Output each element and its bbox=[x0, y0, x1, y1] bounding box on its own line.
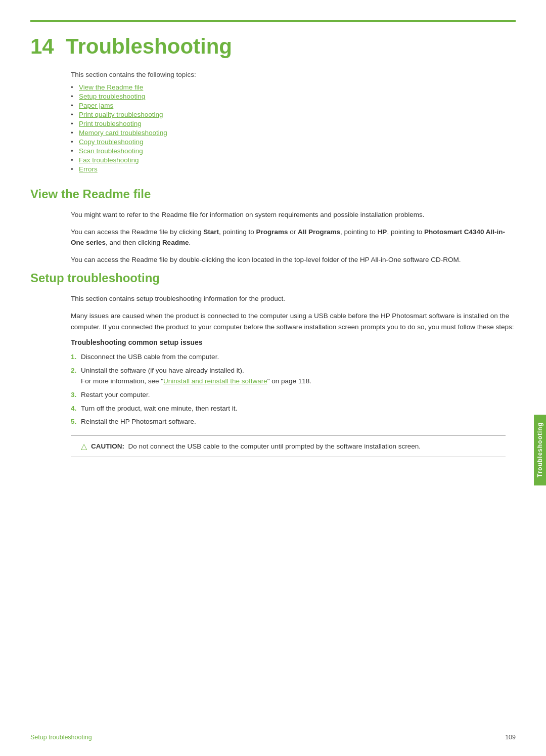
toc-link-copy[interactable]: Copy troubleshooting bbox=[79, 138, 144, 146]
list-item: 3. Restart your computer. bbox=[71, 389, 516, 401]
section-heading-setup: Setup troubleshooting bbox=[30, 271, 516, 285]
list-item: 1. Disconnect the USB cable from the com… bbox=[71, 351, 516, 363]
page-container: 14 Troubleshooting This section contains… bbox=[0, 0, 546, 756]
list-item: 4. Turn off the product, wait one minute… bbox=[71, 403, 516, 414]
sidebar-tab: Troubleshooting bbox=[534, 415, 546, 485]
toc-link-paper[interactable]: Paper jams bbox=[79, 102, 113, 109]
step-text: Reinstall the HP Photosmart software. bbox=[81, 418, 196, 425]
chapter-number: 14 bbox=[30, 34, 54, 58]
step-number: 5. bbox=[71, 416, 76, 427]
toc-item: Setup troubleshooting bbox=[71, 93, 516, 100]
step-number: 1. bbox=[71, 351, 76, 363]
caution-label: CAUTION: bbox=[91, 442, 124, 450]
toc-link-fax[interactable]: Fax troubleshooting bbox=[79, 156, 139, 164]
step-number: 3. bbox=[71, 389, 76, 401]
setup-para-2: Many issues are caused when the product … bbox=[71, 310, 516, 332]
chapter-title: 14 Troubleshooting bbox=[30, 34, 516, 59]
toc-link-scan[interactable]: Scan troubleshooting bbox=[79, 147, 143, 155]
step-text: Turn off the product, wait one minute, t… bbox=[81, 405, 237, 412]
caution-box: △ CAUTION: Do not connect the USB cable … bbox=[71, 435, 506, 458]
sidebar-tab-label: Troubleshooting bbox=[536, 423, 543, 478]
setup-steps-list: 1. Disconnect the USB cable from the com… bbox=[71, 351, 516, 427]
toc-item: Scan troubleshooting bbox=[71, 147, 516, 155]
step-number: 2. bbox=[71, 365, 76, 376]
toc-link-errors[interactable]: Errors bbox=[79, 165, 98, 173]
caution-text: CAUTION: Do not connect the USB cable to… bbox=[91, 441, 421, 452]
subheading-setup: Troubleshooting common setup issues bbox=[71, 338, 516, 346]
step-number: 4. bbox=[71, 403, 76, 414]
intro-text: This section contains the following topi… bbox=[71, 71, 516, 78]
readme-para-2: You can access the Readme file by clicki… bbox=[71, 227, 516, 248]
readme-para-1: You might want to refer to the Readme fi… bbox=[71, 209, 516, 220]
toc-list: View the Readme file Setup troubleshooti… bbox=[71, 83, 516, 173]
caution-icon: △ bbox=[81, 441, 87, 451]
step-text: Restart your computer. bbox=[81, 391, 150, 398]
toc-item: Paper jams bbox=[71, 102, 516, 109]
setup-para-1: This section contains setup troubleshoot… bbox=[71, 293, 516, 304]
toc-item: Errors bbox=[71, 165, 516, 173]
toc-item: View the Readme file bbox=[71, 83, 516, 91]
list-item: 5. Reinstall the HP Photosmart software. bbox=[71, 416, 516, 427]
toc-link-pq[interactable]: Print quality troubleshooting bbox=[79, 111, 163, 118]
toc-item: Fax troubleshooting bbox=[71, 156, 516, 164]
toc-item: Print troubleshooting bbox=[71, 120, 516, 127]
top-border bbox=[30, 20, 516, 22]
toc-item: Copy troubleshooting bbox=[71, 138, 516, 146]
step-text: Disconnect the USB cable from the comput… bbox=[81, 353, 219, 361]
chapter-title-text: Troubleshooting bbox=[66, 34, 232, 58]
footer-page-number: 109 bbox=[505, 734, 516, 741]
toc-link-readme[interactable]: View the Readme file bbox=[79, 83, 143, 91]
toc-link-setup[interactable]: Setup troubleshooting bbox=[79, 93, 145, 100]
readme-para-3: You can access the Readme file by double… bbox=[71, 254, 516, 265]
toc-item: Print quality troubleshooting bbox=[71, 111, 516, 118]
toc-link-print[interactable]: Print troubleshooting bbox=[79, 120, 142, 127]
section-heading-readme: View the Readme file bbox=[30, 187, 516, 201]
uninstall-link[interactable]: Uninstall and reinstall the software bbox=[163, 377, 267, 385]
toc-link-memory[interactable]: Memory card troubleshooting bbox=[79, 129, 167, 137]
list-item: 2. Uninstall the software (if you have a… bbox=[71, 365, 516, 387]
toc-item: Memory card troubleshooting bbox=[71, 129, 516, 137]
footer-section-label: Setup troubleshooting bbox=[30, 734, 92, 741]
caution-body: Do not connect the USB cable to the comp… bbox=[128, 442, 421, 450]
footer: Setup troubleshooting 109 bbox=[30, 734, 516, 741]
step-text: Uninstall the software (if you have alre… bbox=[81, 367, 311, 385]
